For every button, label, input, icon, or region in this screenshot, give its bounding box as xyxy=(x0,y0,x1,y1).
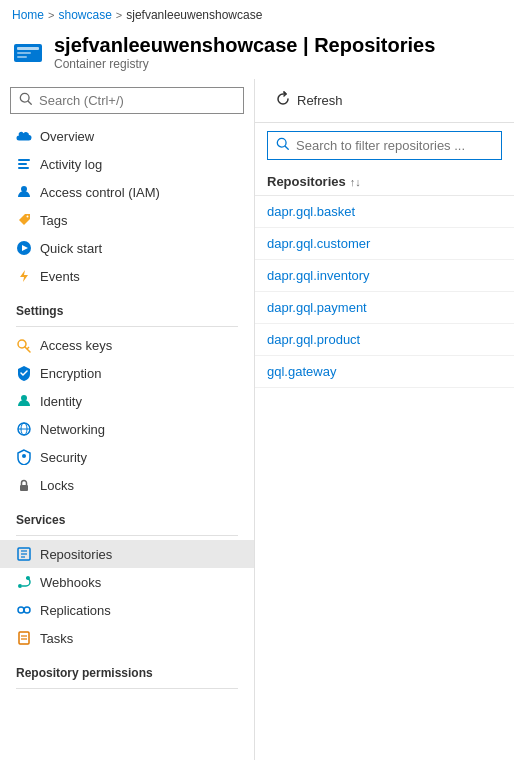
repo-link[interactable]: dapr.gql.product xyxy=(267,332,360,347)
nav-item-events[interactable]: Events xyxy=(0,262,254,290)
breadcrumb-home[interactable]: Home xyxy=(12,8,44,22)
nav-label-encryption: Encryption xyxy=(40,366,101,381)
list-item[interactable]: dapr.gql.inventory xyxy=(255,260,514,292)
nav-item-repositories[interactable]: Repositories xyxy=(0,540,254,568)
nav-label-events: Events xyxy=(40,269,80,284)
svg-rect-22 xyxy=(20,485,28,491)
repo-filter-box[interactable] xyxy=(267,131,502,160)
page-subtitle: Container registry xyxy=(54,57,435,71)
nav-label-security: Security xyxy=(40,450,87,465)
webhook-icon xyxy=(16,574,32,590)
content-area: Refresh Repositories ↑↓ dapr.gql.basket xyxy=(255,79,514,760)
svg-rect-2 xyxy=(17,52,31,54)
svg-rect-1 xyxy=(17,47,39,50)
svg-marker-13 xyxy=(20,270,28,282)
list-item[interactable]: dapr.gql.customer xyxy=(255,228,514,260)
svg-line-16 xyxy=(27,347,29,349)
svg-point-30 xyxy=(24,607,30,613)
nav-label-access-keys: Access keys xyxy=(40,338,112,353)
list-item[interactable]: dapr.gql.product xyxy=(255,324,514,356)
repo-permissions-divider xyxy=(16,688,238,689)
list-item[interactable]: dapr.gql.basket xyxy=(255,196,514,228)
nav-item-tags[interactable]: Tags xyxy=(0,206,254,234)
nav-label-access-control: Access control (IAM) xyxy=(40,185,160,200)
svg-rect-7 xyxy=(18,163,27,165)
nav-label-activity-log: Activity log xyxy=(40,157,102,172)
repo-icon xyxy=(16,546,32,562)
nav-item-locks[interactable]: Locks xyxy=(0,471,254,499)
nav-label-tags: Tags xyxy=(40,213,67,228)
page-title: sjefvanleeuwenshowcase | Repositories xyxy=(54,34,435,57)
repo-filter-input[interactable] xyxy=(296,138,493,153)
bolt-icon xyxy=(16,268,32,284)
tasks-icon xyxy=(16,630,32,646)
breadcrumb-sep1: > xyxy=(48,9,54,21)
search-input[interactable] xyxy=(39,93,235,108)
svg-point-10 xyxy=(27,216,29,218)
repo-link[interactable]: dapr.gql.inventory xyxy=(267,268,370,283)
nav-item-encryption[interactable]: Encryption xyxy=(0,359,254,387)
nav-label-locks: Locks xyxy=(40,478,74,493)
nav-label-replications: Replications xyxy=(40,603,111,618)
svg-line-37 xyxy=(285,146,288,149)
repo-link[interactable]: dapr.gql.payment xyxy=(267,300,367,315)
nav-item-identity[interactable]: Identity xyxy=(0,387,254,415)
lock-icon xyxy=(16,477,32,493)
svg-point-21 xyxy=(22,454,26,458)
repo-table-header: Repositories ↑↓ xyxy=(255,168,514,196)
services-divider xyxy=(16,535,238,536)
nav-item-networking[interactable]: Networking xyxy=(0,415,254,443)
repo-link[interactable]: dapr.gql.customer xyxy=(267,236,370,251)
breadcrumb-sep2: > xyxy=(116,9,122,21)
nav-label-identity: Identity xyxy=(40,394,82,409)
nav-label-networking: Networking xyxy=(40,422,105,437)
breadcrumb-showcase[interactable]: showcase xyxy=(58,8,111,22)
repositories-column-header: Repositories xyxy=(267,174,346,189)
cloud-icon xyxy=(16,128,32,144)
tag-icon xyxy=(16,212,32,228)
search-box[interactable] xyxy=(10,87,244,114)
repo-link[interactable]: dapr.gql.basket xyxy=(267,204,355,219)
svg-rect-3 xyxy=(17,56,27,58)
nav-label-webhooks: Webhooks xyxy=(40,575,101,590)
nav-item-tasks[interactable]: Tasks xyxy=(0,624,254,652)
nav-item-webhooks[interactable]: Webhooks xyxy=(0,568,254,596)
security-shield-icon xyxy=(16,449,32,465)
breadcrumb: Home > showcase > sjefvanleeuwenshowcase xyxy=(0,0,514,30)
list-item[interactable]: dapr.gql.payment xyxy=(255,292,514,324)
nav-item-security[interactable]: Security xyxy=(0,443,254,471)
settings-section-label: Settings xyxy=(0,290,254,322)
sort-icon[interactable]: ↑↓ xyxy=(350,176,361,188)
nav-item-overview[interactable]: Overview xyxy=(0,122,254,150)
replication-icon xyxy=(16,602,32,618)
registry-icon xyxy=(12,36,44,68)
activity-icon xyxy=(16,156,32,172)
search-icon xyxy=(19,92,33,109)
nav-item-quick-start[interactable]: Quick start xyxy=(0,234,254,262)
svg-rect-33 xyxy=(19,632,29,644)
shield-blue-icon xyxy=(16,365,32,381)
person-icon xyxy=(16,184,32,200)
svg-rect-8 xyxy=(18,167,29,169)
settings-divider xyxy=(16,326,238,327)
refresh-label: Refresh xyxy=(297,93,343,108)
nav-item-access-control[interactable]: Access control (IAM) xyxy=(0,178,254,206)
repository-list: dapr.gql.basket dapr.gql.customer dapr.g… xyxy=(255,196,514,760)
svg-rect-6 xyxy=(18,159,30,161)
page-header: sjefvanleeuwenshowcase | Repositories Co… xyxy=(0,30,514,79)
refresh-button[interactable]: Refresh xyxy=(267,87,351,114)
nav-item-replications[interactable]: Replications xyxy=(0,596,254,624)
nav-item-access-keys[interactable]: Access keys xyxy=(0,331,254,359)
nav-label-overview: Overview xyxy=(40,129,94,144)
list-item[interactable]: gql.gateway xyxy=(255,356,514,388)
nav-label-tasks: Tasks xyxy=(40,631,73,646)
services-section-label: Services xyxy=(0,499,254,531)
nav-item-activity-log[interactable]: Activity log xyxy=(0,150,254,178)
svg-point-27 xyxy=(18,584,22,588)
svg-point-29 xyxy=(18,607,24,613)
header-text: sjefvanleeuwenshowcase | Repositories Co… xyxy=(54,34,435,71)
repo-link[interactable]: gql.gateway xyxy=(267,364,336,379)
sidebar: Overview Activity log Access control (IA… xyxy=(0,79,255,760)
key-icon xyxy=(16,337,32,353)
toolbar: Refresh xyxy=(255,79,514,123)
